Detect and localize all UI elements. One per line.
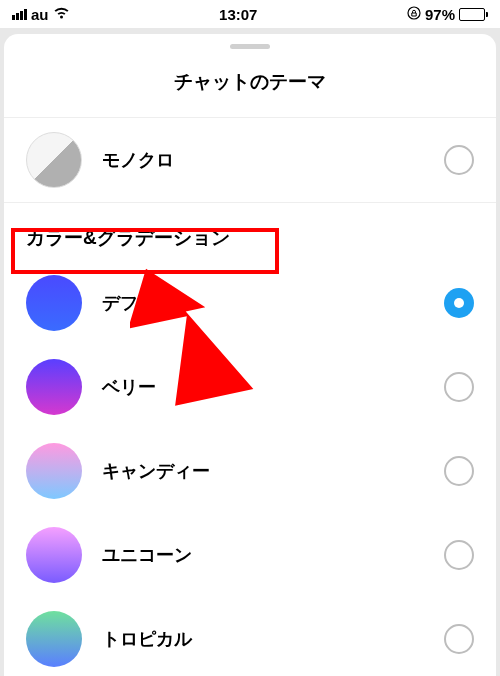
- theme-row-tropical[interactable]: トロピカル: [4, 597, 496, 676]
- swatch-tropical-icon: [26, 611, 82, 667]
- theme-row-candy[interactable]: キャンディー: [4, 429, 496, 513]
- theme-label: モノクロ: [102, 148, 424, 172]
- swatch-default-icon: [26, 275, 82, 331]
- swatch-candy-icon: [26, 443, 82, 499]
- orientation-lock-icon: [407, 6, 421, 23]
- status-left: au: [12, 6, 70, 23]
- theme-row-unicorn[interactable]: ユニコーン: [4, 513, 496, 597]
- theme-label: デフォ.: [102, 291, 424, 315]
- battery-icon: [459, 8, 488, 21]
- swatch-monochrome-icon: [26, 132, 82, 188]
- radio-monochrome[interactable]: [444, 145, 474, 175]
- theme-label: ユニコーン: [102, 543, 424, 567]
- sheet-title: チャットのテーマ: [4, 49, 496, 118]
- theme-row-berry[interactable]: ベリー: [4, 345, 496, 429]
- battery-percent: 97%: [425, 6, 455, 23]
- radio-tropical[interactable]: [444, 624, 474, 654]
- theme-label: キャンディー: [102, 459, 424, 483]
- wifi-icon: [53, 6, 70, 23]
- theme-row-monochrome[interactable]: モノクロ: [4, 118, 496, 202]
- swatch-berry-icon: [26, 359, 82, 415]
- radio-default[interactable]: [444, 288, 474, 318]
- radio-unicorn[interactable]: [444, 540, 474, 570]
- carrier-label: au: [31, 6, 49, 23]
- radio-berry[interactable]: [444, 372, 474, 402]
- signal-icon: [12, 9, 27, 20]
- section-header-color-gradient: カラー&グラデーション: [4, 203, 496, 261]
- theme-label: ベリー: [102, 375, 424, 399]
- status-right: 97%: [407, 6, 488, 23]
- swatch-unicorn-icon: [26, 527, 82, 583]
- status-time: 13:07: [219, 6, 257, 23]
- status-bar: au 13:07 97%: [0, 0, 500, 28]
- theme-row-default[interactable]: デフォ.: [4, 261, 496, 345]
- bottom-sheet: チャットのテーマ モノクロ カラー&グラデーション デフォ. ベリー キャンディ…: [4, 34, 496, 676]
- theme-label: トロピカル: [102, 627, 424, 651]
- radio-candy[interactable]: [444, 456, 474, 486]
